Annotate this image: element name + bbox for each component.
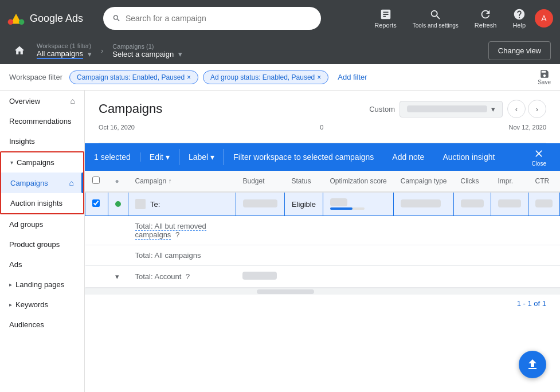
col-header-ctr[interactable]: CTR: [528, 171, 560, 192]
adgroup-status-close-icon[interactable]: ×: [317, 73, 321, 81]
label-button[interactable]: Label ▾: [179, 143, 224, 171]
sidebar-item-ads[interactable]: Ads: [0, 254, 84, 275]
sidebar-item-recommendations[interactable]: Recommendations: [0, 111, 84, 131]
breadcrumb-workspace-label: Workspace (1 filter): [37, 42, 92, 49]
clicks-value: [461, 199, 484, 207]
sidebar-item-product-groups[interactable]: Product groups: [0, 234, 84, 254]
campaigns-header: Campaigns Custom ▾ ‹ ›: [85, 91, 560, 123]
total-label-2: Total: All campaigns: [128, 245, 236, 266]
sidebar-item-keywords[interactable]: ▸ Keywords: [0, 295, 84, 315]
reports-button[interactable]: Reports: [367, 3, 404, 33]
row-checkbox[interactable]: [92, 199, 100, 207]
product-groups-label: Product groups: [9, 240, 60, 249]
tools-button[interactable]: Tools and settings: [406, 4, 465, 33]
add-note-button[interactable]: Add note: [383, 152, 433, 162]
close-selection-button[interactable]: Close: [527, 143, 551, 171]
svg-point-2: [8, 19, 14, 25]
avatar[interactable]: A: [535, 9, 553, 28]
col-header-campaign[interactable]: Campaign ↑: [128, 171, 236, 192]
ad-groups-label: Ad groups: [9, 220, 43, 229]
total-text-3: Total: Account: [135, 272, 182, 281]
sidebar-item-ad-groups[interactable]: Ad groups: [0, 214, 84, 234]
total-row-2: Total: All campaigns: [85, 245, 560, 266]
campaigns-section-header[interactable]: ▾ Campaigns: [1, 152, 83, 173]
sidebar-item-overview[interactable]: Overview ⌂: [0, 91, 84, 111]
fab-button[interactable]: [519, 351, 546, 378]
row-campaign-name-cell[interactable]: Te:: [128, 192, 236, 216]
home-icon: [14, 45, 25, 56]
refresh-label: Refresh: [475, 22, 497, 29]
nav-icons: Reports Tools and settings Refresh Help …: [367, 3, 553, 33]
breadcrumb-chevron-1[interactable]: ▾: [88, 50, 92, 58]
sidebar-item-auction-insights[interactable]: Auction insights: [1, 193, 83, 213]
campaign-status-filter[interactable]: Campaign status: Enabled, Paused ×: [69, 70, 198, 84]
reports-label: Reports: [374, 22, 397, 29]
account-total-budget: [242, 272, 277, 280]
col-header-clicks[interactable]: Clicks: [454, 171, 491, 192]
home-button[interactable]: [9, 40, 30, 61]
scrollbar-thumb[interactable]: [257, 289, 314, 294]
landing-pages-label: Landing pages: [15, 280, 64, 289]
date-controls: Custom ▾ ‹ ›: [369, 100, 546, 118]
ads-label: Ads: [9, 260, 22, 269]
content-area: Campaigns Custom ▾ ‹ › Oct 16, 2020 0 No…: [85, 91, 560, 392]
audiences-label: Audiences: [9, 320, 44, 329]
total-row-3: ▾ Total: Account ?: [85, 266, 560, 288]
save-button[interactable]: Save: [538, 69, 551, 85]
search-bar[interactable]: [103, 7, 321, 30]
selection-bar: 1 selected Edit ▾ Label ▾ Filter workspa…: [85, 143, 560, 171]
adgroup-status-filter[interactable]: Ad group status: Enabled, Paused ×: [203, 70, 328, 84]
sidebar-item-landing-pages[interactable]: ▸ Landing pages: [0, 275, 84, 295]
pagination-bar: 1 - 1 of 1: [85, 295, 560, 312]
impr-value: [498, 199, 521, 207]
total-text-1: Total: All but removed campaigns: [135, 222, 206, 240]
filter-workspace-button[interactable]: Filter workspace to selected campaigns: [224, 152, 383, 162]
select-all-checkbox[interactable]: [92, 177, 100, 184]
keywords-label: Keywords: [15, 300, 48, 309]
total-help-icon-3: ?: [186, 272, 190, 281]
close-label: Close: [531, 160, 546, 167]
search-input[interactable]: [126, 14, 312, 23]
help-button[interactable]: Help: [506, 3, 532, 33]
breadcrumb-chevron-2[interactable]: ▾: [178, 50, 182, 58]
refresh-button[interactable]: Refresh: [468, 3, 504, 33]
date-range-button[interactable]: ▾: [400, 101, 503, 117]
edit-button[interactable]: Edit ▾: [140, 143, 179, 171]
col-header-campaign-type[interactable]: Campaign type: [394, 171, 454, 192]
campaign-type-icon: [135, 199, 146, 209]
ctr-value: [535, 199, 553, 207]
col-header-status[interactable]: Status: [284, 171, 323, 192]
keywords-expand-icon: ▸: [9, 301, 12, 308]
breadcrumb-all-campaigns[interactable]: Workspace (1 filter) All campaigns ▾: [30, 40, 99, 61]
table-row[interactable]: Te: Eligible: [85, 192, 560, 216]
page-title: Campaigns: [99, 101, 162, 116]
auction-insights-label: Auction insights: [10, 199, 62, 207]
campaigns-expand-icon: ▾: [10, 159, 13, 166]
close-icon: [533, 148, 545, 159]
add-filter-button[interactable]: Add filter: [333, 70, 371, 84]
col-header-budget[interactable]: Budget: [236, 171, 284, 192]
select-all-header[interactable]: [85, 171, 108, 192]
col-header-optimization-score[interactable]: Optimization score: [323, 171, 393, 192]
col-header-impr[interactable]: Impr.: [491, 171, 528, 192]
breadcrumb-bar: Workspace (1 filter) All campaigns ▾ › C…: [0, 37, 560, 64]
campaign-status-close-icon[interactable]: ×: [187, 73, 191, 81]
horizontal-scrollbar[interactable]: [85, 288, 560, 295]
label-chevron-icon: ▾: [210, 152, 214, 162]
expand-account-button[interactable]: ▾: [115, 272, 119, 281]
sidebar-item-campaigns[interactable]: Campaigns ⌂: [1, 173, 83, 193]
prev-date-button[interactable]: ‹: [507, 100, 526, 118]
sidebar-item-audiences[interactable]: Audiences: [0, 315, 84, 335]
change-view-button[interactable]: Change view: [488, 41, 551, 60]
campaign-type-value: [401, 199, 441, 207]
row-checkbox-cell[interactable]: [85, 192, 108, 216]
main-layout: Overview ⌂ Recommendations Insights ▾ Ca…: [0, 91, 560, 392]
insights-label: Insights: [9, 137, 35, 146]
breadcrumb-select-campaign[interactable]: Campaigns (1) Select a campaign ▾: [105, 41, 189, 61]
refresh-icon: [479, 8, 492, 21]
sidebar-item-insights[interactable]: Insights: [0, 131, 84, 151]
total-help-icon-1: ?: [175, 230, 179, 239]
tools-icon: [429, 9, 442, 21]
next-date-button[interactable]: ›: [528, 100, 546, 118]
auction-insight-button[interactable]: Auction insight: [433, 152, 504, 162]
